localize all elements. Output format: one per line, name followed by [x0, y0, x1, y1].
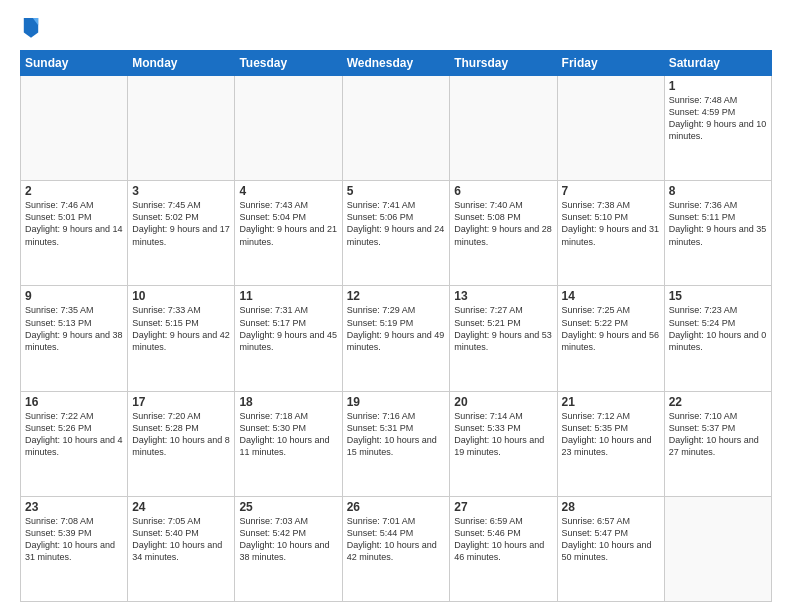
day-number: 19	[347, 395, 446, 409]
day-info: Sunrise: 7:20 AM Sunset: 5:28 PM Dayligh…	[132, 410, 230, 459]
day-number: 21	[562, 395, 660, 409]
calendar-cell: 1Sunrise: 7:48 AM Sunset: 4:59 PM Daylig…	[664, 76, 771, 181]
week-row-5: 23Sunrise: 7:08 AM Sunset: 5:39 PM Dayli…	[21, 496, 772, 601]
calendar-cell: 7Sunrise: 7:38 AM Sunset: 5:10 PM Daylig…	[557, 181, 664, 286]
weekday-header-friday: Friday	[557, 51, 664, 76]
day-number: 25	[239, 500, 337, 514]
day-number: 18	[239, 395, 337, 409]
calendar-cell: 9Sunrise: 7:35 AM Sunset: 5:13 PM Daylig…	[21, 286, 128, 391]
day-info: Sunrise: 7:16 AM Sunset: 5:31 PM Dayligh…	[347, 410, 446, 459]
day-info: Sunrise: 7:40 AM Sunset: 5:08 PM Dayligh…	[454, 199, 552, 248]
calendar-cell: 6Sunrise: 7:40 AM Sunset: 5:08 PM Daylig…	[450, 181, 557, 286]
day-number: 17	[132, 395, 230, 409]
day-number: 9	[25, 289, 123, 303]
calendar-cell: 11Sunrise: 7:31 AM Sunset: 5:17 PM Dayli…	[235, 286, 342, 391]
day-number: 1	[669, 79, 767, 93]
calendar-cell: 24Sunrise: 7:05 AM Sunset: 5:40 PM Dayli…	[128, 496, 235, 601]
week-row-2: 2Sunrise: 7:46 AM Sunset: 5:01 PM Daylig…	[21, 181, 772, 286]
calendar-cell	[342, 76, 450, 181]
day-number: 11	[239, 289, 337, 303]
calendar-cell	[21, 76, 128, 181]
header	[20, 16, 772, 42]
week-row-4: 16Sunrise: 7:22 AM Sunset: 5:26 PM Dayli…	[21, 391, 772, 496]
calendar-cell: 26Sunrise: 7:01 AM Sunset: 5:44 PM Dayli…	[342, 496, 450, 601]
calendar-cell	[450, 76, 557, 181]
day-info: Sunrise: 7:48 AM Sunset: 4:59 PM Dayligh…	[669, 94, 767, 143]
calendar-cell: 23Sunrise: 7:08 AM Sunset: 5:39 PM Dayli…	[21, 496, 128, 601]
day-number: 8	[669, 184, 767, 198]
calendar-cell: 25Sunrise: 7:03 AM Sunset: 5:42 PM Dayli…	[235, 496, 342, 601]
calendar-cell: 10Sunrise: 7:33 AM Sunset: 5:15 PM Dayli…	[128, 286, 235, 391]
week-row-1: 1Sunrise: 7:48 AM Sunset: 4:59 PM Daylig…	[21, 76, 772, 181]
day-number: 5	[347, 184, 446, 198]
logo-icon	[22, 16, 40, 38]
day-info: Sunrise: 6:59 AM Sunset: 5:46 PM Dayligh…	[454, 515, 552, 564]
day-number: 13	[454, 289, 552, 303]
day-info: Sunrise: 7:29 AM Sunset: 5:19 PM Dayligh…	[347, 304, 446, 353]
day-info: Sunrise: 7:35 AM Sunset: 5:13 PM Dayligh…	[25, 304, 123, 353]
day-info: Sunrise: 7:01 AM Sunset: 5:44 PM Dayligh…	[347, 515, 446, 564]
calendar-cell: 19Sunrise: 7:16 AM Sunset: 5:31 PM Dayli…	[342, 391, 450, 496]
weekday-header-row: SundayMondayTuesdayWednesdayThursdayFrid…	[21, 51, 772, 76]
calendar-cell: 5Sunrise: 7:41 AM Sunset: 5:06 PM Daylig…	[342, 181, 450, 286]
calendar-cell: 21Sunrise: 7:12 AM Sunset: 5:35 PM Dayli…	[557, 391, 664, 496]
calendar-cell: 3Sunrise: 7:45 AM Sunset: 5:02 PM Daylig…	[128, 181, 235, 286]
day-number: 23	[25, 500, 123, 514]
day-info: Sunrise: 7:22 AM Sunset: 5:26 PM Dayligh…	[25, 410, 123, 459]
weekday-header-monday: Monday	[128, 51, 235, 76]
weekday-header-saturday: Saturday	[664, 51, 771, 76]
weekday-header-thursday: Thursday	[450, 51, 557, 76]
day-number: 22	[669, 395, 767, 409]
day-info: Sunrise: 7:14 AM Sunset: 5:33 PM Dayligh…	[454, 410, 552, 459]
day-info: Sunrise: 7:33 AM Sunset: 5:15 PM Dayligh…	[132, 304, 230, 353]
day-info: Sunrise: 7:43 AM Sunset: 5:04 PM Dayligh…	[239, 199, 337, 248]
calendar-cell: 15Sunrise: 7:23 AM Sunset: 5:24 PM Dayli…	[664, 286, 771, 391]
day-info: Sunrise: 7:45 AM Sunset: 5:02 PM Dayligh…	[132, 199, 230, 248]
day-number: 27	[454, 500, 552, 514]
calendar-cell: 20Sunrise: 7:14 AM Sunset: 5:33 PM Dayli…	[450, 391, 557, 496]
week-row-3: 9Sunrise: 7:35 AM Sunset: 5:13 PM Daylig…	[21, 286, 772, 391]
calendar-cell: 28Sunrise: 6:57 AM Sunset: 5:47 PM Dayli…	[557, 496, 664, 601]
calendar-cell	[128, 76, 235, 181]
day-number: 15	[669, 289, 767, 303]
day-number: 3	[132, 184, 230, 198]
day-info: Sunrise: 7:08 AM Sunset: 5:39 PM Dayligh…	[25, 515, 123, 564]
calendar-cell: 16Sunrise: 7:22 AM Sunset: 5:26 PM Dayli…	[21, 391, 128, 496]
calendar-cell: 12Sunrise: 7:29 AM Sunset: 5:19 PM Dayli…	[342, 286, 450, 391]
day-info: Sunrise: 7:31 AM Sunset: 5:17 PM Dayligh…	[239, 304, 337, 353]
calendar-cell	[664, 496, 771, 601]
day-info: Sunrise: 7:41 AM Sunset: 5:06 PM Dayligh…	[347, 199, 446, 248]
day-number: 12	[347, 289, 446, 303]
calendar-cell: 8Sunrise: 7:36 AM Sunset: 5:11 PM Daylig…	[664, 181, 771, 286]
calendar-cell: 18Sunrise: 7:18 AM Sunset: 5:30 PM Dayli…	[235, 391, 342, 496]
day-info: Sunrise: 7:38 AM Sunset: 5:10 PM Dayligh…	[562, 199, 660, 248]
day-number: 7	[562, 184, 660, 198]
calendar-cell: 22Sunrise: 7:10 AM Sunset: 5:37 PM Dayli…	[664, 391, 771, 496]
day-info: Sunrise: 7:18 AM Sunset: 5:30 PM Dayligh…	[239, 410, 337, 459]
day-info: Sunrise: 7:36 AM Sunset: 5:11 PM Dayligh…	[669, 199, 767, 248]
day-info: Sunrise: 7:12 AM Sunset: 5:35 PM Dayligh…	[562, 410, 660, 459]
calendar-cell: 13Sunrise: 7:27 AM Sunset: 5:21 PM Dayli…	[450, 286, 557, 391]
day-number: 16	[25, 395, 123, 409]
day-info: Sunrise: 7:25 AM Sunset: 5:22 PM Dayligh…	[562, 304, 660, 353]
day-number: 10	[132, 289, 230, 303]
calendar-cell: 2Sunrise: 7:46 AM Sunset: 5:01 PM Daylig…	[21, 181, 128, 286]
calendar-cell: 27Sunrise: 6:59 AM Sunset: 5:46 PM Dayli…	[450, 496, 557, 601]
day-info: Sunrise: 6:57 AM Sunset: 5:47 PM Dayligh…	[562, 515, 660, 564]
day-info: Sunrise: 7:03 AM Sunset: 5:42 PM Dayligh…	[239, 515, 337, 564]
day-number: 4	[239, 184, 337, 198]
page: SundayMondayTuesdayWednesdayThursdayFrid…	[0, 0, 792, 612]
day-info: Sunrise: 7:10 AM Sunset: 5:37 PM Dayligh…	[669, 410, 767, 459]
day-number: 2	[25, 184, 123, 198]
weekday-header-sunday: Sunday	[21, 51, 128, 76]
day-number: 24	[132, 500, 230, 514]
logo	[20, 16, 44, 42]
weekday-header-wednesday: Wednesday	[342, 51, 450, 76]
day-number: 26	[347, 500, 446, 514]
day-number: 20	[454, 395, 552, 409]
calendar-cell: 17Sunrise: 7:20 AM Sunset: 5:28 PM Dayli…	[128, 391, 235, 496]
day-info: Sunrise: 7:23 AM Sunset: 5:24 PM Dayligh…	[669, 304, 767, 353]
weekday-header-tuesday: Tuesday	[235, 51, 342, 76]
calendar-cell	[557, 76, 664, 181]
calendar-cell	[235, 76, 342, 181]
